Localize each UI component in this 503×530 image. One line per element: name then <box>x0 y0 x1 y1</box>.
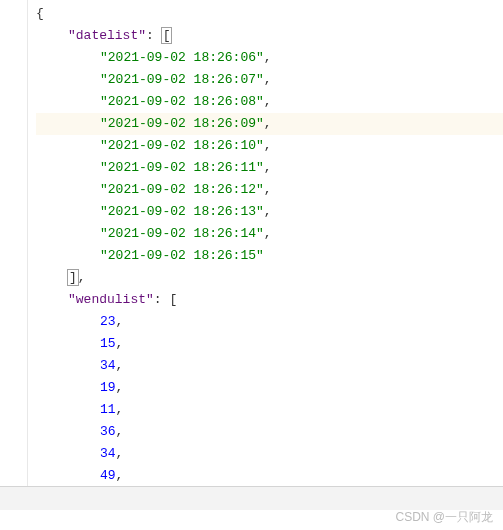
code-line: 34, <box>36 355 503 377</box>
code-line: "datelist": [ <box>36 25 503 47</box>
code-line: { <box>36 3 503 25</box>
code-line: "2021-09-02 18:26:15" <box>36 245 503 267</box>
line-number <box>0 179 27 201</box>
line-number <box>0 223 27 245</box>
code-line: "2021-09-02 18:26:12", <box>36 179 503 201</box>
line-number <box>0 201 27 223</box>
line-number <box>0 443 27 465</box>
code-line: "2021-09-02 18:26:11", <box>36 157 503 179</box>
line-gutter <box>0 0 28 500</box>
line-number <box>0 91 27 113</box>
line-number <box>0 135 27 157</box>
line-number <box>0 69 27 91</box>
code-line: 34, <box>36 443 503 465</box>
code-line: ], <box>36 267 503 289</box>
line-number <box>0 25 27 47</box>
line-number <box>0 245 27 267</box>
watermark-text: CSDN @一只阿龙 <box>395 509 493 526</box>
line-number <box>0 355 27 377</box>
code-line: "2021-09-02 18:26:13", <box>36 201 503 223</box>
code-line: "2021-09-02 18:26:07", <box>36 69 503 91</box>
line-number <box>0 47 27 69</box>
line-number <box>0 157 27 179</box>
code-content[interactable]: { "datelist": [ "2021-09-02 18:26:06", "… <box>28 0 503 500</box>
line-number <box>0 421 27 443</box>
code-line: 49, <box>36 465 503 487</box>
line-number <box>0 377 27 399</box>
line-number <box>0 113 27 135</box>
code-editor[interactable]: { "datelist": [ "2021-09-02 18:26:06", "… <box>0 0 503 500</box>
code-line: 11, <box>36 399 503 421</box>
code-line-highlighted: "2021-09-02 18:26:09", <box>36 113 503 135</box>
code-line: 19, <box>36 377 503 399</box>
line-number <box>0 465 27 487</box>
code-line: "wendulist": [ <box>36 289 503 311</box>
line-number <box>0 333 27 355</box>
status-bar <box>0 486 503 510</box>
line-number <box>0 267 27 289</box>
code-line: 36, <box>36 421 503 443</box>
code-line: "2021-09-02 18:26:10", <box>36 135 503 157</box>
code-line: "2021-09-02 18:26:08", <box>36 91 503 113</box>
line-number <box>0 399 27 421</box>
line-number <box>0 3 27 25</box>
line-number <box>0 311 27 333</box>
code-line: 15, <box>36 333 503 355</box>
line-number <box>0 289 27 311</box>
code-line: 23, <box>36 311 503 333</box>
code-line: "2021-09-02 18:26:14", <box>36 223 503 245</box>
code-line: "2021-09-02 18:26:06", <box>36 47 503 69</box>
